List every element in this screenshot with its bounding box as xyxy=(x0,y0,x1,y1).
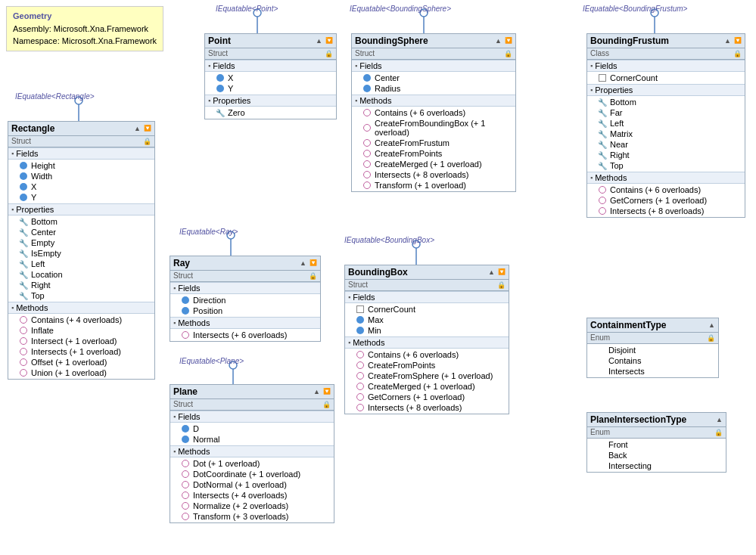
member-row: Normalize (+ 2 overloads) xyxy=(170,501,334,511)
member-row: 🔧Bottom xyxy=(8,216,154,227)
section-header-Methods-BoundingFrustum[interactable]: ▪Methods xyxy=(587,172,745,184)
class-subheader-PlaneIntersectionType: Enum🔒 xyxy=(587,427,726,439)
section-header-Properties-Point[interactable]: ▪Properties xyxy=(205,95,336,107)
collapse-icon[interactable]: ▲ xyxy=(313,388,320,395)
section-label-BoundingSphere: Methods xyxy=(359,96,391,105)
info-box: Geometry Assembly: Microsoft.Xna.Framewo… xyxy=(6,6,163,51)
member-text: Matrix xyxy=(610,129,633,138)
member-text: Empty xyxy=(31,238,54,247)
member-row: 🔧Right xyxy=(8,280,154,290)
iface-label-point: IEquatable<Point> xyxy=(216,5,278,13)
member-text: Left xyxy=(610,119,624,128)
member-row: DotCoordinate (+ 1 overload) xyxy=(170,469,334,479)
lock-icon: 🔒 xyxy=(309,272,317,280)
section-header-Methods-Plane[interactable]: ▪Methods xyxy=(170,445,334,457)
section-expand-icon: ▪ xyxy=(348,293,350,301)
collapse-icon[interactable]: ▲ xyxy=(716,416,723,423)
section-header-Fields-Ray[interactable]: ▪Fields xyxy=(170,282,320,294)
member-text: Location xyxy=(31,270,63,279)
member-row: Inflate xyxy=(8,325,154,336)
member-row: Intersects (+ 8 overloads) xyxy=(587,206,745,216)
method-icon xyxy=(356,371,365,380)
filter-icon[interactable]: 🔽 xyxy=(325,37,333,45)
section-label-BoundingBox: Methods xyxy=(353,338,384,347)
member-text: Contains (+ 6 overloads) xyxy=(610,185,701,194)
member-text: Union (+ 1 overload) xyxy=(31,368,107,377)
enum-item-icon xyxy=(598,440,605,449)
section-header-Methods-BoundingSphere[interactable]: ▪Methods xyxy=(352,95,515,107)
collapse-icon[interactable]: ▲ xyxy=(708,321,715,329)
collapse-icon[interactable]: ▲ xyxy=(488,268,495,276)
method-icon xyxy=(598,185,607,194)
member-row: Back xyxy=(587,450,726,460)
enum-item-icon xyxy=(598,356,605,365)
section-header-Methods-BoundingBox[interactable]: ▪Methods xyxy=(345,336,509,349)
member-row: CornerCount xyxy=(587,73,745,83)
member-text: CornerCount xyxy=(610,73,658,82)
section-expand-icon: ▪ xyxy=(173,413,176,420)
member-text: Dot (+ 1 overload) xyxy=(193,459,260,468)
collapse-icon[interactable]: ▲ xyxy=(495,37,502,45)
class-box-BoundingBox: BoundingBox▲🔽Struct🔒▪FieldsCornerCountMa… xyxy=(344,265,509,414)
property-icon: 🔧 xyxy=(216,108,225,117)
section-header-Methods-Ray[interactable]: ▪Methods xyxy=(170,317,320,329)
lock-icon: 🔒 xyxy=(497,281,506,289)
member-text: Y xyxy=(228,84,233,93)
member-row: Intersects (+ 1 overload) xyxy=(8,346,154,357)
method-icon xyxy=(181,501,190,510)
class-title-PlaneIntersectionType: PlaneIntersectionType xyxy=(590,414,686,425)
section-header-Properties-BoundingFrustum[interactable]: ▪Properties xyxy=(587,84,745,96)
class-subtitle-Plane: Struct xyxy=(173,400,193,408)
member-row: Intersects xyxy=(587,366,718,377)
iface-label-plane: IEquatable<Plane> xyxy=(179,357,244,365)
class-title-Rectangle: Rectangle xyxy=(11,123,54,134)
section-header-Fields-Rectangle[interactable]: ▪Fields xyxy=(8,147,154,160)
filter-icon[interactable]: 🔽 xyxy=(310,259,317,267)
section-label-BoundingBox: Fields xyxy=(353,293,375,302)
collapse-icon[interactable]: ▲ xyxy=(724,37,731,45)
section-label-Ray: Methods xyxy=(178,318,210,327)
diagram-canvas: Geometry Assembly: Microsoft.Xna.Framewo… xyxy=(0,0,756,555)
section-header-Fields-BoundingFrustum[interactable]: ▪Fields xyxy=(587,60,745,72)
section-header-Fields-Point[interactable]: ▪Fields xyxy=(205,60,336,72)
section-label-Point: Fields xyxy=(213,61,235,70)
collapse-icon[interactable]: ▲ xyxy=(300,259,306,267)
member-text: CreateFromSphere (+ 1 overload) xyxy=(368,371,493,380)
member-row: 🔧Right xyxy=(587,150,745,160)
method-icon xyxy=(19,326,28,335)
member-text: Contains (+ 6 overloads) xyxy=(375,108,465,117)
property-icon: 🔧 xyxy=(19,228,28,237)
filter-icon[interactable]: 🔽 xyxy=(323,388,331,395)
collapse-icon[interactable]: ▲ xyxy=(134,125,141,132)
section-header-Fields-Plane[interactable]: ▪Fields xyxy=(170,411,334,423)
section-expand-icon: ▪ xyxy=(590,86,593,94)
filter-icon[interactable]: 🔽 xyxy=(734,37,742,45)
member-row: Disjoint xyxy=(587,345,718,355)
section-header-Properties-Rectangle[interactable]: ▪Properties xyxy=(8,203,154,215)
filter-icon[interactable]: 🔽 xyxy=(144,125,151,132)
member-row: CreateFromBoundingBox (+ 1 overload) xyxy=(352,118,515,138)
member-row: Direction xyxy=(170,295,320,305)
method-icon xyxy=(362,123,372,132)
section-header-Fields-BoundingSphere[interactable]: ▪Fields xyxy=(352,60,515,72)
filter-icon[interactable]: 🔽 xyxy=(505,37,512,45)
section-header-Methods-Rectangle[interactable]: ▪Methods xyxy=(8,302,154,314)
section-header-Fields-BoundingBox[interactable]: ▪Fields xyxy=(345,291,509,303)
filter-icon[interactable]: 🔽 xyxy=(498,268,506,276)
class-header-Point: Point▲🔽 xyxy=(205,34,336,48)
section-expand-icon: ▪ xyxy=(11,206,14,213)
section-expand-icon: ▪ xyxy=(173,284,176,292)
info-assembly: Assembly: Microsoft.Xna.Framework xyxy=(13,23,157,36)
property-icon: 🔧 xyxy=(19,281,28,290)
member-text: Height xyxy=(31,161,55,170)
property-icon: 🔧 xyxy=(19,249,28,258)
section-expand-icon: ▪ xyxy=(590,62,593,70)
member-row: Offset (+ 1 overload) xyxy=(8,357,154,367)
class-header-BoundingSphere: BoundingSphere▲🔽 xyxy=(352,34,515,48)
member-row: Intersect (+ 1 overload) xyxy=(8,336,154,346)
section-expand-icon: ▪ xyxy=(11,150,14,157)
lock-icon: 🔒 xyxy=(143,138,151,145)
member-row: Normal xyxy=(170,434,334,445)
collapse-icon[interactable]: ▲ xyxy=(316,37,322,45)
section-label-BoundingSphere: Fields xyxy=(359,61,381,70)
